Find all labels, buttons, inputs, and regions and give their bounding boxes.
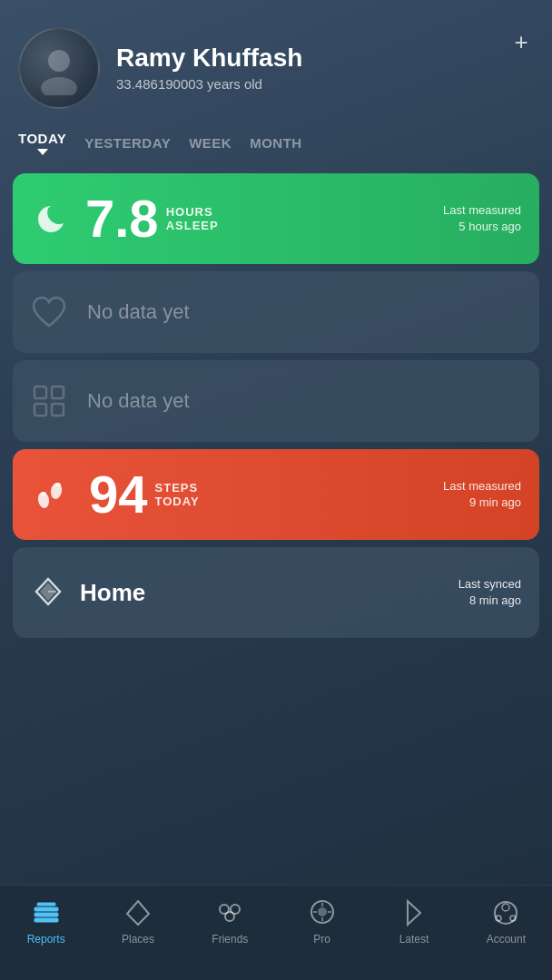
nav-item-pro[interactable]: Pro — [276, 898, 368, 946]
nav-label-friends: Friends — [212, 933, 248, 946]
svg-rect-11 — [34, 907, 58, 911]
nav-label-reports: Reports — [27, 933, 65, 946]
heart-card[interactable]: No data yet — [13, 271, 539, 353]
time-tabs: TODAY YESTERDAY WEEK MONTH — [0, 127, 552, 159]
nav-label-account: Account — [487, 933, 526, 946]
heart-no-data: No data yet — [87, 300, 190, 324]
tab-month[interactable]: MONTH — [250, 132, 302, 154]
svg-point-17 — [225, 912, 234, 921]
grid-card[interactable]: No data yet — [13, 360, 539, 442]
svg-rect-13 — [34, 918, 58, 922]
nav-item-latest[interactable]: Latest — [368, 898, 459, 946]
svg-rect-12 — [34, 913, 58, 916]
sleep-icon — [31, 199, 71, 239]
user-info: Ramy Khuffash 33.486190003 years old — [116, 44, 534, 92]
steps-main: 94 STEPS TODAY — [89, 468, 443, 521]
user-name: Ramy Khuffash — [116, 44, 534, 73]
nav-label-places: Places — [122, 933, 154, 946]
sleep-main: 7.8 HOURS ASLEEP — [85, 192, 443, 245]
cards-container: 7.8 HOURS ASLEEP Last measured 5 hours a… — [0, 159, 552, 885]
grid-no-data: No data yet — [87, 389, 190, 413]
svg-marker-20 — [408, 901, 420, 925]
steps-icon — [31, 475, 74, 514]
svg-point-19 — [318, 907, 327, 916]
account-icon — [491, 898, 520, 927]
grid-icon — [31, 383, 67, 419]
svg-point-0 — [48, 50, 70, 72]
sleep-time: Last measured 5 hours ago — [443, 202, 521, 235]
nav-label-pro: Pro — [313, 933, 330, 946]
plus-icon: + — [514, 30, 527, 54]
sleep-measured-line2: 5 hours ago — [443, 219, 521, 235]
tab-yesterday[interactable]: YESTERDAY — [84, 132, 171, 154]
pro-icon — [308, 898, 337, 927]
tab-week[interactable]: WEEK — [189, 132, 232, 154]
svg-rect-14 — [37, 903, 55, 906]
place-synced-line1: Last synced — [458, 576, 521, 593]
svg-rect-4 — [34, 404, 46, 416]
nav-item-account[interactable]: Account — [460, 898, 552, 946]
nav-item-friends[interactable]: Friends — [184, 898, 276, 946]
friends-icon — [215, 898, 244, 927]
svg-rect-5 — [52, 404, 64, 416]
sleep-value: 7.8 — [85, 192, 159, 245]
steps-label-bot: TODAY — [155, 495, 200, 508]
reports-icon — [32, 898, 61, 927]
avatar — [18, 27, 100, 109]
steps-card[interactable]: 94 STEPS TODAY Last measured 9 min ago — [13, 449, 539, 540]
tab-arrow — [37, 149, 48, 155]
place-synced-line2: 8 min ago — [458, 593, 521, 609]
heart-icon — [31, 295, 67, 329]
sleep-label-bot: ASLEEP — [166, 219, 219, 232]
sleep-measured-line1: Last measured — [443, 202, 521, 219]
place-time: Last synced 8 min ago — [458, 576, 521, 609]
steps-measured-line2: 9 min ago — [443, 495, 521, 511]
sleep-card[interactable]: 7.8 HOURS ASLEEP Last measured 5 hours a… — [13, 173, 539, 264]
place-card[interactable]: Home Last synced 8 min ago — [13, 547, 539, 638]
svg-point-22 — [502, 904, 509, 911]
add-button[interactable]: + — [507, 27, 536, 56]
place-name: Home — [80, 579, 145, 607]
svg-rect-2 — [34, 387, 46, 398]
bottom-nav: Reports Places Friends — [0, 885, 552, 980]
tab-today[interactable]: TODAY — [18, 127, 66, 159]
svg-point-1 — [41, 77, 77, 95]
nav-label-latest: Latest — [399, 933, 429, 946]
steps-label-top: STEPS — [155, 481, 200, 495]
svg-rect-3 — [52, 387, 64, 398]
steps-time: Last measured 9 min ago — [443, 478, 521, 511]
places-icon — [123, 898, 153, 927]
user-age: 33.486190003 years old — [116, 76, 534, 92]
sleep-label-top: HOURS — [166, 205, 219, 219]
latest-icon — [399, 898, 429, 927]
nav-item-reports[interactable]: Reports — [0, 898, 92, 946]
header: Ramy Khuffash 33.486190003 years old + — [0, 0, 552, 123]
steps-measured-line1: Last measured — [443, 478, 521, 495]
nav-item-places[interactable]: Places — [92, 898, 183, 946]
location-icon — [31, 575, 65, 610]
steps-value: 94 — [89, 468, 148, 521]
